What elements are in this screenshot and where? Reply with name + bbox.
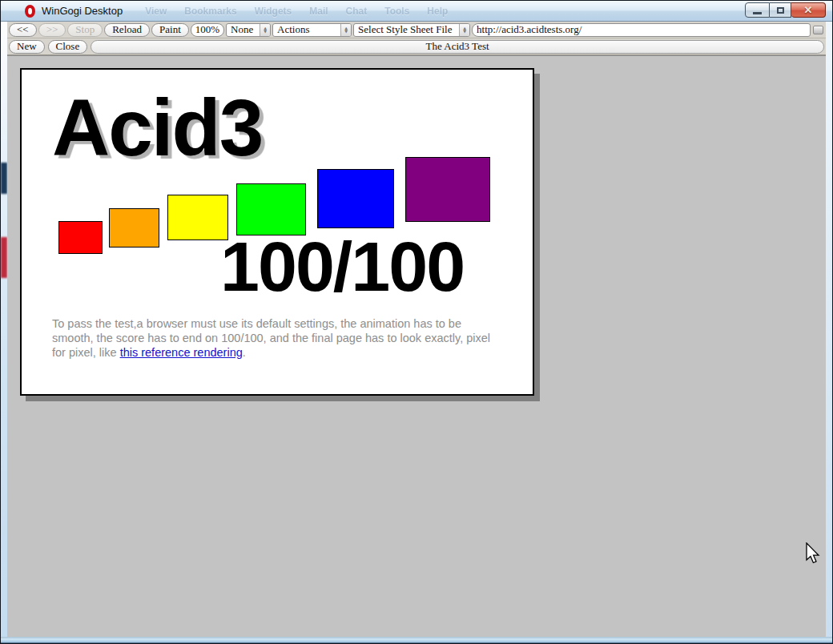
encoding-dropdown[interactable]: None ▲▼ — [226, 23, 271, 37]
menu-item-chat[interactable]: Chat — [346, 6, 368, 17]
spinner-icon[interactable]: ▲▼ — [260, 24, 270, 36]
main-toolbar: << >> Stop Reload Paint 100% None ▲▼ Act… — [7, 22, 826, 38]
window-frame-right — [826, 22, 832, 637]
encoding-dropdown-value: None — [227, 23, 260, 36]
window-controls: ✕ — [745, 2, 826, 18]
window-frame-left — [1, 22, 7, 637]
stylesheet-dropdown[interactable]: Select Style Sheet File ▲▼ — [353, 23, 470, 37]
menu-item-tools[interactable]: Tools — [384, 6, 409, 17]
opera-logo-icon — [25, 5, 35, 18]
acid3-paragraph: To pass the test,a browser must use its … — [52, 316, 502, 360]
minimize-icon — [753, 12, 762, 14]
blue-rectangle — [317, 169, 394, 228]
mouse-cursor — [805, 542, 822, 566]
close-icon: ✕ — [804, 4, 813, 16]
maximize-button[interactable] — [770, 2, 791, 18]
paragraph-text: To pass the test,a browser must use its … — [52, 317, 490, 359]
actions-dropdown-value: Actions — [273, 23, 340, 36]
purple-rectangle — [405, 157, 490, 222]
orange-rectangle — [109, 208, 159, 248]
menu-item-help[interactable]: Help — [427, 6, 448, 17]
reference-rendering-link[interactable]: this reference rendering — [120, 346, 243, 359]
acid3-page: Acid3 100/100 To pass the test,a browser… — [20, 68, 534, 396]
browser-window: WinGogi Desktop ViewBookmarksWidgetsMail… — [0, 0, 833, 644]
red-rectangle — [58, 221, 103, 254]
maximize-icon — [777, 7, 784, 14]
minimize-button[interactable] — [745, 2, 770, 18]
acid3-score: 100/100 — [220, 227, 464, 307]
zoom-level-box[interactable]: 100% — [191, 23, 224, 37]
address-bar[interactable]: http://acid3.acidtests.org/ — [472, 23, 811, 37]
reload-button[interactable]: Reload — [104, 23, 150, 37]
forward-button[interactable]: >> — [38, 23, 66, 37]
close-tab-button[interactable]: Close — [48, 40, 88, 54]
menu-item-mail[interactable]: Mail — [309, 6, 328, 17]
title-bar: WinGogi Desktop ViewBookmarksWidgetsMail… — [1, 1, 832, 22]
close-button[interactable]: ✕ — [791, 2, 826, 18]
acid3-heading: Acid3 — [52, 87, 262, 167]
frame-reflection-navy — [1, 163, 7, 194]
spinner-icon[interactable]: ▲▼ — [459, 24, 469, 36]
paragraph-period: . — [243, 346, 246, 359]
menu-bar: ViewBookmarksWidgetsMailChatToolsHelp — [145, 6, 448, 17]
new-tab-button[interactable]: New — [9, 40, 45, 54]
zoom-level-value: 100% — [191, 23, 223, 36]
address-bar-value: http://acid3.acidtests.org/ — [473, 23, 810, 36]
menu-item-view[interactable]: View — [145, 6, 167, 17]
actions-dropdown[interactable]: Actions ▲▼ — [272, 23, 352, 37]
window-title: WinGogi Desktop — [42, 5, 123, 17]
tab-bar: New Close The Acid3 Test — [7, 38, 826, 55]
yellow-rectangle — [167, 195, 228, 240]
tab-acid3-test[interactable]: The Acid3 Test — [91, 40, 824, 54]
browser-viewport: Acid3 100/100 To pass the test,a browser… — [7, 55, 826, 637]
menu-item-bookmarks[interactable]: Bookmarks — [184, 6, 236, 17]
paint-button[interactable]: Paint — [151, 23, 189, 37]
frame-reflection-red — [1, 237, 7, 278]
page-icon[interactable] — [813, 26, 823, 34]
window-frame-bottom — [1, 637, 832, 643]
spinner-icon[interactable]: ▲▼ — [340, 24, 351, 36]
stop-button[interactable]: Stop — [67, 23, 103, 37]
menu-item-widgets[interactable]: Widgets — [255, 6, 292, 17]
stylesheet-dropdown-value: Select Style Sheet File — [354, 23, 459, 36]
back-button[interactable]: << — [9, 23, 37, 37]
